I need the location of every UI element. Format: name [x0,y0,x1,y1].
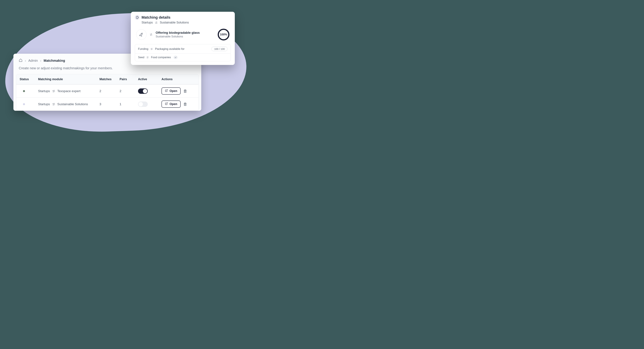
open-label: Open [170,102,177,106]
module-cell: Startups Texspace expert [38,89,100,93]
detail-section: Funding Packaging available for 100 / 10… [135,44,231,61]
swap-icon [155,22,158,24]
open-button[interactable]: Open [162,87,180,95]
detail-left: Seed [138,56,144,59]
matches-value: 3 [100,102,120,106]
active-toggle[interactable] [138,88,148,94]
module-left: Startups [38,102,50,106]
detail-right: Food companies [151,56,171,59]
match-subtitle: Sustainable Solutions [156,35,215,38]
header-active: Active [138,78,162,81]
chevron-right-icon: › [40,59,41,63]
status-dot-active [23,90,25,92]
puzzle-icon [135,15,140,20]
status-dot-inactive [23,103,25,105]
external-link-icon [165,89,168,93]
swap-icon [150,33,152,36]
swap-icon [150,48,153,50]
table-row: Startups Texspace expert 2 2 Open [16,84,198,98]
header-status: Status [20,78,38,81]
match-headline: Offering biodegradable glass [156,31,215,35]
detail-line: Seed Food companies [135,54,230,61]
matchmaking-table: Status Matching module Matches Pairs Act… [16,74,198,111]
home-icon[interactable] [19,58,22,63]
rocket-icon [136,29,146,40]
match-percentage: 100% [218,29,230,41]
detail-right: Packaging available for [155,47,184,51]
details-sub-right: Sustainable Solutions [160,21,189,24]
match-row: Offering biodegradable glass Sustainable… [135,29,231,41]
swap-icon [146,56,149,58]
table-header-row: Status Matching module Matches Pairs Act… [16,74,198,84]
open-button[interactable]: Open [162,101,180,108]
header-module: Matching module [38,78,100,81]
pairs-value: 1 [120,102,138,106]
details-subtitle: Startups Sustainable Solutions [142,21,231,24]
active-toggle[interactable] [138,102,148,107]
open-label: Open [170,89,177,93]
header-actions: Actions [162,78,195,81]
swap-icon [52,103,55,106]
chevron-right-icon: › [25,59,26,63]
module-left: Startups [38,89,50,93]
score-badge: 100 / 100 [211,47,228,51]
header-matches: Matches [100,78,120,81]
details-title: Matching details [142,15,170,20]
external-link-icon [165,102,168,106]
delete-button[interactable] [183,102,187,106]
module-right: Sustainable Solutions [57,102,88,106]
table-row: Startups Sustainable Solutions 3 1 Open [16,98,198,111]
detail-line: Funding Packaging available for 100 / 10… [135,44,230,54]
breadcrumb-current: Matchmaking [44,59,65,63]
delete-button[interactable] [183,89,187,93]
pairs-value: 2 [120,89,138,93]
module-right: Texspace expert [57,89,80,93]
breadcrumb-admin[interactable]: Admin [28,59,38,63]
swap-icon [52,90,55,93]
matching-details-card: Matching details Startups Sustainable So… [131,12,235,65]
header-pairs: Pairs [120,78,138,81]
check-icon [174,56,178,59]
matches-value: 2 [100,89,120,93]
module-cell: Startups Sustainable Solutions [38,102,100,106]
detail-left: Funding [138,47,148,51]
details-sub-left: Startups [142,21,153,24]
